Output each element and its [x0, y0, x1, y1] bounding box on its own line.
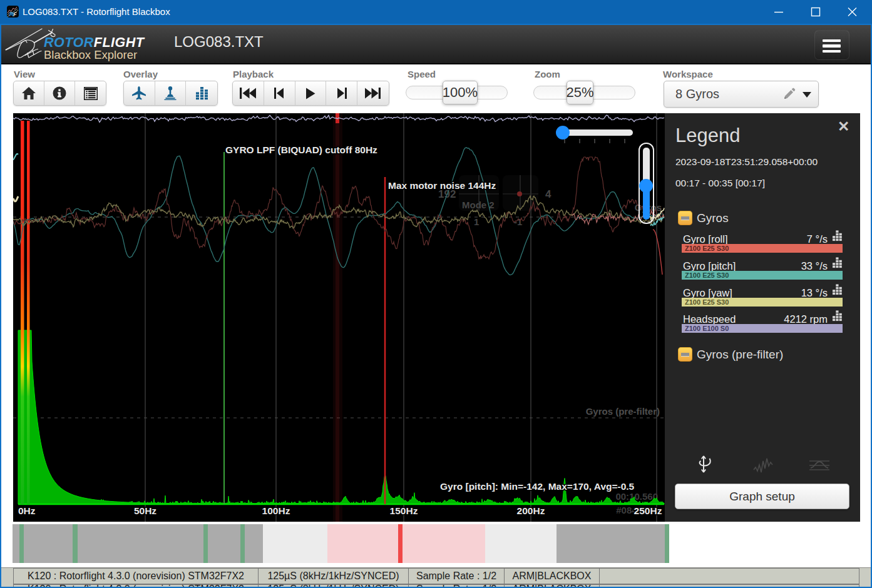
svg-text:50Hz: 50Hz [134, 505, 156, 516]
svg-text:250Hz: 250Hz [634, 505, 662, 516]
svg-text:Gyro [pitch]: Min=-142, Max=17: Gyro [pitch]: Min=-142, Max=170, Avg=-0.… [440, 481, 635, 492]
svg-text:4: 4 [545, 188, 551, 200]
svg-text:GYRO LPF (BIQUAD) cutoff 80Hz: GYRO LPF (BIQUAD) cutoff 80Hz [225, 144, 377, 155]
svg-text:150Hz: 150Hz [390, 505, 418, 516]
svg-text:0Hz: 0Hz [18, 505, 36, 516]
svg-text:Max motor noise 144Hz: Max motor noise 144Hz [388, 180, 496, 191]
svg-text:F: F [13, 11, 17, 18]
svg-text:1: 1 [474, 216, 479, 227]
svg-text:200Hz: 200Hz [517, 505, 545, 516]
svg-text:100Hz: 100Hz [262, 505, 290, 516]
svg-text:00:10.560: 00:10.560 [615, 491, 658, 502]
svg-text:Gyros (pre-filter): Gyros (pre-filter) [586, 406, 660, 417]
